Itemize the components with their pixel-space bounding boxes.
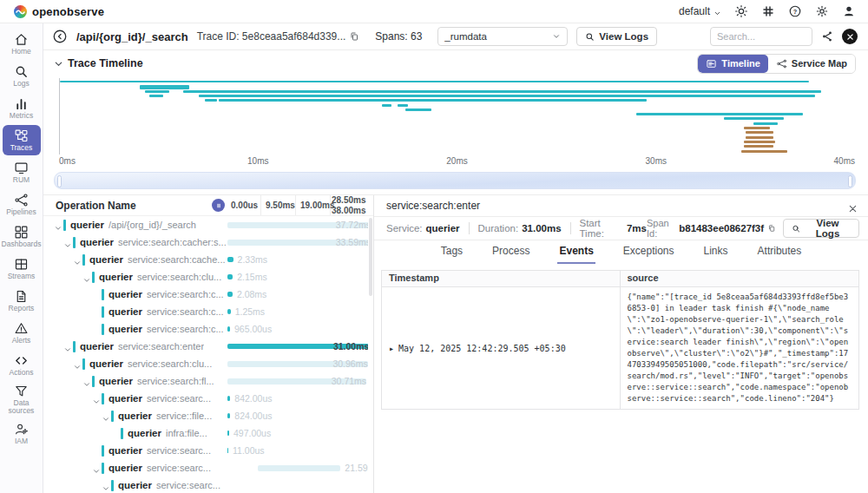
span-tree-row[interactable]: querierservice:searc...11.00us bbox=[43, 442, 368, 459]
trace-id-label: Trace ID: 5e8ceaa5af684d339... bbox=[197, 30, 346, 43]
copy-icon[interactable] bbox=[349, 31, 359, 42]
span-bar[interactable] bbox=[753, 122, 777, 125]
expand-row-icon[interactable]: ▸ bbox=[389, 344, 394, 353]
span-bar[interactable] bbox=[405, 108, 431, 111]
span-bar[interactable] bbox=[140, 85, 189, 89]
span-bar[interactable] bbox=[205, 99, 217, 102]
span-bar[interactable] bbox=[149, 95, 163, 97]
timeline-section-header[interactable]: Trace Timeline bbox=[54, 57, 143, 69]
minimap-left-handle[interactable] bbox=[57, 175, 62, 187]
span-tree-row[interactable]: querierservice:search:c...1.25ms bbox=[43, 303, 368, 320]
span-tree-row[interactable]: querierservice:search:cacher:s...33.59ms bbox=[43, 233, 368, 251]
topbar-actions: default ? bbox=[679, 4, 856, 18]
view-logs-button[interactable]: View Logs bbox=[576, 27, 657, 46]
chevron-down-icon[interactable] bbox=[102, 411, 110, 420]
share-icon[interactable] bbox=[821, 30, 833, 43]
help-icon[interactable]: ? bbox=[788, 4, 802, 18]
span-bar[interactable] bbox=[744, 141, 776, 143]
settings-icon[interactable] bbox=[815, 4, 829, 18]
stream-selector[interactable]: _rumdata bbox=[437, 27, 568, 46]
span-view-logs-button[interactable]: View Logs bbox=[783, 219, 859, 238]
sidebar-item-data-sources[interactable]: Data sources bbox=[3, 382, 41, 417]
span-tree-row[interactable]: querierservice:search:c...2.08ms bbox=[43, 286, 368, 303]
search-input[interactable] bbox=[710, 27, 812, 46]
sidebar-item-home[interactable]: Home bbox=[3, 29, 41, 59]
span-duration-area bbox=[227, 477, 368, 493]
slack-icon[interactable] bbox=[761, 4, 775, 18]
span-tree-row[interactable]: querierservice:search:cache...2.33ms bbox=[43, 251, 368, 268]
sidebar-item-logs[interactable]: Logs bbox=[3, 61, 41, 91]
span-operation: service::file... bbox=[156, 411, 212, 421]
chevron-down-icon[interactable] bbox=[63, 238, 72, 246]
sidebar-item-pipelines[interactable]: Pipelines bbox=[3, 189, 41, 220]
collapse-all-button[interactable] bbox=[212, 199, 225, 212]
sidebar-item-label: Logs bbox=[13, 80, 29, 88]
chevron-down-icon[interactable] bbox=[63, 342, 72, 351]
span-bar[interactable] bbox=[636, 113, 803, 115]
span-tree-row[interactable]: querierservice:searc... bbox=[43, 477, 368, 493]
span-tree-row[interactable]: querierservice:search:clu...30.96ms bbox=[43, 355, 368, 372]
span-bar[interactable] bbox=[746, 136, 773, 139]
sidebar-item-rum[interactable]: RUM bbox=[3, 157, 41, 187]
chevron-down-icon[interactable] bbox=[73, 255, 82, 264]
span-bar[interactable] bbox=[145, 90, 168, 93]
service-map-toggle-button[interactable]: Service Map bbox=[768, 55, 855, 73]
chevron-down-icon[interactable] bbox=[82, 273, 91, 281]
close-icon[interactable] bbox=[848, 201, 858, 211]
span-tree-row[interactable]: querier/api/{org_id}/_search37.72ms bbox=[43, 216, 368, 233]
span-bar[interactable] bbox=[183, 90, 821, 93]
tab-events[interactable]: Events bbox=[557, 241, 595, 264]
span-bar[interactable] bbox=[382, 104, 391, 107]
span-tree-row[interactable]: querierservice:searc...842.00us bbox=[43, 390, 368, 407]
chevron-down-icon[interactable] bbox=[92, 463, 101, 472]
ops-scrollbar-thumb[interactable] bbox=[369, 218, 372, 296]
chevron-down-icon[interactable] bbox=[82, 377, 91, 385]
span-tree-row[interactable]: querierservice::file...824.00us bbox=[43, 407, 368, 424]
tab-exceptions[interactable]: Exceptions bbox=[621, 241, 676, 264]
span-bar[interactable] bbox=[199, 95, 815, 97]
span-duration-bar bbox=[227, 326, 230, 332]
chevron-down-icon[interactable] bbox=[73, 359, 82, 368]
span-tree-row[interactable]: querierservice:search:enter31.00ms bbox=[43, 338, 368, 355]
sidebar-item-streams[interactable]: Streams bbox=[3, 253, 41, 284]
tab-tags[interactable]: Tags bbox=[439, 241, 464, 264]
span-bar[interactable] bbox=[60, 81, 809, 82]
sidebar-item-alerts[interactable]: Alerts bbox=[3, 318, 41, 348]
sidebar-item-actions[interactable]: Actions bbox=[3, 350, 41, 380]
span-tree-row[interactable]: querierservice:searc...21.59ms bbox=[43, 459, 368, 477]
span-bar[interactable] bbox=[724, 117, 784, 120]
iam-icon bbox=[14, 422, 29, 437]
user-icon[interactable] bbox=[842, 4, 856, 18]
timeline-toggle-button[interactable]: Timeline bbox=[698, 55, 767, 73]
chevron-down-icon[interactable] bbox=[92, 394, 101, 403]
tab-attributes[interactable]: Attributes bbox=[756, 241, 804, 264]
span-bar[interactable] bbox=[219, 99, 646, 102]
tab-process[interactable]: Process bbox=[490, 241, 531, 264]
span-bar[interactable] bbox=[398, 104, 407, 107]
sidebar-item-traces[interactable]: Traces bbox=[3, 125, 41, 155]
sidebar-item-dashboards[interactable]: Dashboards bbox=[3, 221, 41, 252]
event-row[interactable]: ▸ May 12, 2025 12:42:29.505 +05:30 {"nam… bbox=[382, 287, 858, 409]
theme-icon[interactable] bbox=[734, 4, 748, 18]
back-icon[interactable] bbox=[52, 29, 68, 44]
span-bar[interactable] bbox=[741, 150, 787, 153]
sidebar-item-metrics[interactable]: Metrics bbox=[3, 93, 41, 123]
close-trace-button[interactable] bbox=[842, 29, 858, 44]
timeline-minimap[interactable] bbox=[54, 172, 856, 189]
span-bar[interactable] bbox=[744, 145, 773, 148]
sidebar-item-reports[interactable]: Reports bbox=[3, 286, 41, 316]
tab-links[interactable]: Links bbox=[702, 241, 730, 264]
span-tree-row[interactable]: querierservice:search:fl...30.71ms bbox=[43, 372, 368, 390]
copy-icon[interactable] bbox=[767, 223, 776, 233]
span-tree-row[interactable]: querierservice:search:c...965.00us bbox=[43, 320, 368, 338]
span-bar[interactable] bbox=[744, 127, 770, 129]
span-tree-row[interactable]: querierinfra:file...497.00us bbox=[43, 424, 368, 442]
span-bar[interactable] bbox=[746, 131, 773, 134]
sidebar-item-iam[interactable]: IAM bbox=[3, 418, 41, 449]
span-tree-row[interactable]: querierservice:search:clu...2.15ms bbox=[43, 268, 368, 286]
chevron-down-icon[interactable] bbox=[54, 220, 62, 229]
org-selector[interactable]: default bbox=[679, 5, 721, 17]
service-color-bar bbox=[102, 393, 104, 404]
chevron-down-icon[interactable] bbox=[102, 481, 110, 490]
minimap-right-handle[interactable] bbox=[848, 175, 852, 187]
